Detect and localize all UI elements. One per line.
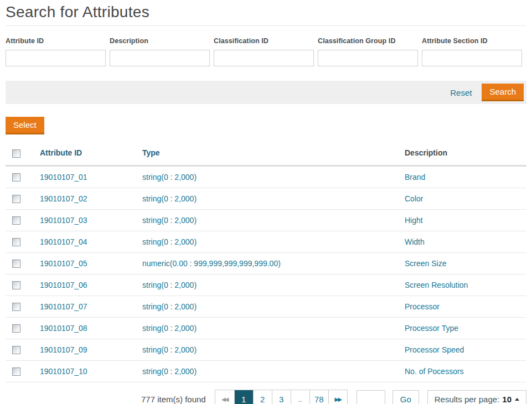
attribute-id-link[interactable]: 19010107_05 [40, 259, 87, 268]
attribute-id-input[interactable] [6, 50, 106, 66]
column-header-attribute-id[interactable]: Attribute ID [40, 143, 142, 165]
attribute-type-link[interactable]: numeric(0.00 : 999,999,999,999,999.00) [142, 259, 281, 268]
attribute-type-link[interactable]: string(0 : 2,000) [142, 345, 197, 354]
description-input[interactable] [110, 50, 210, 66]
row-checkbox[interactable] [12, 346, 20, 354]
attribute-id-link[interactable]: 19010107_01 [40, 173, 87, 182]
row-checkbox[interactable] [12, 303, 20, 311]
title-divider [6, 25, 526, 26]
attribute-id-link[interactable]: 19010107_03 [40, 216, 87, 225]
table-header-row: Attribute ID Type Description [6, 143, 526, 165]
attribute-type-link[interactable]: string(0 : 2,000) [142, 194, 197, 203]
filter-attribute-section-id: Attribute Section ID [422, 37, 526, 66]
row-checkbox[interactable] [12, 281, 20, 289]
attributes-search-page: Search for Attributes Attribute ID Descr… [0, 3, 532, 404]
search-filters: Attribute ID Description Classification … [6, 37, 526, 66]
column-header-type[interactable]: Type [142, 143, 405, 165]
row-checkbox[interactable] [12, 260, 20, 268]
table-row: 19010107_10 string(0 : 2,000) No. of Poc… [6, 360, 526, 382]
table-toolbar: Select [6, 117, 526, 134]
classification-id-input[interactable] [214, 50, 314, 66]
chevron-up-icon [515, 398, 519, 401]
attribute-type-link[interactable]: string(0 : 2,000) [142, 216, 197, 225]
table-row: 19010107_07 string(0 : 2,000) Processor [6, 296, 526, 317]
attribute-id-link[interactable]: 19010107_07 [40, 302, 87, 311]
select-button[interactable]: Select [6, 117, 44, 134]
row-checkbox[interactable] [12, 324, 20, 333]
attribute-id-link[interactable]: 19010107_08 [40, 324, 87, 333]
classification-group-id-label: Classification Group ID [318, 37, 422, 45]
attribute-section-id-label: Attribute Section ID [422, 37, 526, 45]
attribute-description-link[interactable]: Width [405, 237, 425, 246]
table-row: 19010107_04 string(0 : 2,000) Width [6, 231, 526, 252]
description-label: Description [110, 37, 214, 45]
attribute-id-link[interactable]: 19010107_10 [40, 367, 87, 376]
attribute-id-link[interactable]: 19010107_09 [40, 345, 87, 354]
attribute-description-link[interactable]: Color [405, 194, 423, 203]
table-row: 19010107_09 string(0 : 2,000) Processor … [6, 339, 526, 360]
select-all-checkbox[interactable] [12, 149, 20, 158]
attribute-section-id-input[interactable] [422, 50, 522, 66]
page-number-button[interactable]: 2 [253, 390, 272, 404]
page-number-button-active[interactable]: 1 [234, 390, 253, 404]
filter-description: Description [110, 37, 214, 66]
page-number-button[interactable]: 3 [272, 390, 291, 404]
classification-group-id-input[interactable] [318, 50, 418, 66]
attribute-description-link[interactable]: Hight [405, 216, 423, 225]
page-number-button[interactable]: 78 [309, 390, 328, 404]
page-title: Search for Attributes [6, 3, 526, 21]
row-checkbox[interactable] [12, 173, 20, 182]
row-checkbox[interactable] [12, 216, 20, 225]
reset-link[interactable]: Reset [450, 88, 472, 97]
go-button[interactable]: Go [392, 390, 419, 404]
attribute-id-label: Attribute ID [6, 37, 110, 45]
attribute-type-link[interactable]: string(0 : 2,000) [142, 324, 197, 333]
filter-attribute-id: Attribute ID [6, 37, 110, 66]
results-per-page-value: 10 [502, 395, 512, 404]
row-checkbox[interactable] [12, 367, 20, 376]
select-all-cell [6, 143, 40, 165]
table-row: 19010107_05 numeric(0.00 : 999,999,999,9… [6, 252, 526, 274]
first-page-icon[interactable]: ◀◀ [215, 390, 234, 404]
attribute-description-link[interactable]: Processor Type [405, 324, 458, 333]
filter-classification-group-id: Classification Group ID [318, 37, 422, 66]
attributes-table: Attribute ID Type Description 19010107_0… [6, 143, 526, 382]
filter-action-bar: Reset Search [6, 81, 526, 104]
row-checkbox[interactable] [12, 238, 20, 246]
results-per-page-label: Results per page: [435, 395, 500, 404]
attribute-type-link[interactable]: string(0 : 2,000) [142, 237, 197, 246]
attribute-type-link[interactable]: string(0 : 2,000) [142, 302, 197, 311]
table-row: 19010107_01 string(0 : 2,000) Brand [6, 165, 526, 188]
attribute-id-link[interactable]: 19010107_06 [40, 281, 87, 289]
page-ellipsis: .. [291, 390, 309, 404]
classification-id-label: Classification ID [214, 37, 318, 45]
attribute-id-link[interactable]: 19010107_04 [40, 237, 87, 246]
pager: ◀◀ 1 2 3 .. 78 ▶▶ [215, 390, 348, 404]
attribute-type-link[interactable]: string(0 : 2,000) [142, 281, 197, 289]
attribute-description-link[interactable]: Brand [405, 173, 425, 182]
attribute-description-link[interactable]: Processor [405, 302, 440, 311]
column-header-description: Description [405, 143, 526, 165]
last-page-icon[interactable]: ▶▶ [328, 390, 347, 404]
attribute-id-link[interactable]: 19010107_02 [40, 194, 87, 203]
attribute-description-link[interactable]: Processor Speed [405, 345, 464, 354]
row-checkbox[interactable] [12, 195, 20, 203]
table-row: 19010107_08 string(0 : 2,000) Processor … [6, 317, 526, 339]
results-per-page-dropdown[interactable]: Results per page: 10 [427, 390, 526, 404]
attribute-description-link[interactable]: Screen Size [405, 259, 446, 268]
table-row: 19010107_03 string(0 : 2,000) Hight [6, 209, 526, 231]
table-row: 19010107_06 string(0 : 2,000) Screen Res… [6, 274, 526, 296]
items-found-text: 777 item(s) found [141, 395, 206, 404]
filter-classification-id: Classification ID [214, 37, 318, 66]
pagination-bar: 777 item(s) found ◀◀ 1 2 3 .. 78 ▶▶ Go R… [6, 390, 526, 404]
search-button[interactable]: Search [482, 84, 524, 101]
goto-page-input[interactable] [357, 390, 385, 404]
table-row: 19010107_02 string(0 : 2,000) Color [6, 188, 526, 209]
attribute-type-link[interactable]: string(0 : 2,000) [142, 367, 197, 376]
attribute-description-link[interactable]: No. of Pocessors [405, 367, 464, 376]
table-body: 19010107_01 string(0 : 2,000) Brand 1901… [6, 165, 526, 382]
attribute-type-link[interactable]: string(0 : 2,000) [142, 173, 197, 182]
attribute-description-link[interactable]: Screen Resolution [405, 281, 468, 289]
